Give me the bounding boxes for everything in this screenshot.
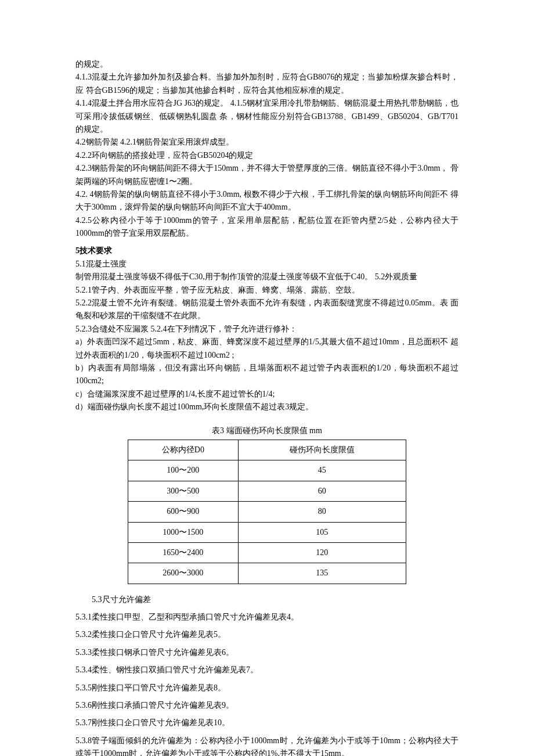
table-cell: 80 [238, 502, 406, 522]
table-cell: 45 [238, 460, 406, 481]
text-line: 4.1.3混凝土允许掺加外加剂及掺合料。当掺加外加剂时，应符合GB8076的规定… [75, 71, 459, 97]
table-cell: 600〜900 [128, 502, 239, 522]
text-line: 4.1.4混凝土拌合用水应符合JG J63的规定。 4.1.5钢材宜采用冷扎带肋… [75, 97, 459, 136]
text-line: 5.2.3合缝处不应漏浆 5.2.4在下列情况下，管子允许进行修补： [75, 323, 459, 336]
table3: 公称内径D0 碰伤环向长度限值 100〜200 45 300〜500 60 60… [128, 440, 406, 584]
table-header-row: 公称内径D0 碰伤环向长度限值 [128, 440, 406, 460]
table-cell: 300〜500 [128, 481, 239, 501]
text-line: 5.2.1管子内、外表面应平整，管子应无粘皮、麻面、蜂窝、塌落、露筋、空鼓。 [75, 284, 459, 297]
table-row: 300〜500 60 [128, 481, 406, 501]
table-row: 1000〜1500 105 [128, 522, 406, 542]
text-line: 5.3.2柔性接口企口管尺寸允许偏差见表5。 [75, 628, 459, 641]
table3-title: 表3 端面碰伤环向长度限值 mm [75, 424, 459, 437]
table-row: 2600〜3000 135 [128, 563, 406, 584]
text-line: 5.3.8管子端面倾斜的允许偏差为：公称内径小于1000mm时，允许偏差为小于或… [75, 735, 459, 756]
table-cell: 120 [238, 542, 406, 563]
text-line: 4.2.3钢筋骨架的环向钢筋间距不得大于150mm，并不得大于管壁厚度的三倍。钢… [75, 162, 459, 188]
text-line: 4.2. 4钢筋骨架的纵向钢筋直径不得小于3.0mm, 根数不得少于六根，手工绑… [75, 188, 459, 214]
text-line: 5.3.7刚性接口企口管尺寸允许偏差见表10。 [75, 717, 459, 729]
text-line: b）内表面有局部塌落，但没有露出环向钢筋，且塌落面积不超过管子内表面积的1/20… [75, 362, 459, 388]
text-line: 5.1混凝土强度 [75, 258, 459, 271]
table-cell: 2600〜3000 [128, 563, 239, 584]
table-row: 100〜200 45 [128, 460, 406, 481]
section-heading-5: 5技术要求 [75, 244, 459, 257]
text-line: c）合缝漏浆深度不超过壁厚的1/4,长度不超过管长的1/4; [75, 388, 459, 401]
table-header-cell: 碰伤环向长度限值 [238, 440, 406, 460]
text-line: 制管用混凝土强度等级不得低于C30,用于制作顶管的混凝土强度等级不宜低于C40。… [75, 271, 459, 283]
table-cell: 105 [238, 522, 406, 542]
text-line: a）外表面凹深不超过5mm，粘皮、麻面、蜂窝深度不超过壁厚的1/5,其最大值不超… [75, 336, 459, 362]
text-line: 5.3尺寸允许偏差 [75, 593, 459, 606]
table-header-cell: 公称内径D0 [128, 440, 239, 460]
table-row: 1650〜2400 120 [128, 542, 406, 563]
text-line: 4.2.2环向钢筋的搭接处理，应符合GB50204的规定 [75, 149, 459, 162]
table-cell: 1000〜1500 [128, 522, 239, 542]
text-line: 5.3.3柔性接口钢承口管尺寸允许偏差见表6。 [75, 646, 459, 659]
text-line: 5.3.1柔性接口甲型、乙型和丙型承插口管尺寸允许偏差见表4。 [75, 611, 459, 624]
text-line: d）端面碰伤纵向长度不超过100mm,环向长度限值不超过表3规定。 [75, 401, 459, 413]
table-cell: 60 [238, 481, 406, 501]
text-line: 4.2.5公称内径小于等于1000mm的管子，宜采用单层配筋，配筋位置在距管内壁… [75, 214, 459, 240]
table-cell: 135 [238, 563, 406, 584]
text-line: 5.3.6刚性接口承插口管尺寸允许偏差见表9。 [75, 699, 459, 712]
text-line: 的规定。 [75, 58, 459, 71]
text-line: 5.2.2混凝土管不允许有裂缝。钢筋混凝土管外表面不允许有裂缝，内表面裂缝宽度不… [75, 297, 459, 323]
text-line: 4.2钢筋骨架 4.2.1钢筋骨架宜采用滚焊成型。 [75, 136, 459, 149]
text-line: 5.3.5刚性接口平口管尺寸允许偏差见表8。 [75, 682, 459, 694]
table-row: 600〜900 80 [128, 502, 406, 522]
table-cell: 100〜200 [128, 460, 239, 481]
text-line: 5.3.4柔性、钢性接口双插口管尺寸允许偏差见表7。 [75, 664, 459, 676]
table-cell: 1650〜2400 [128, 542, 239, 563]
